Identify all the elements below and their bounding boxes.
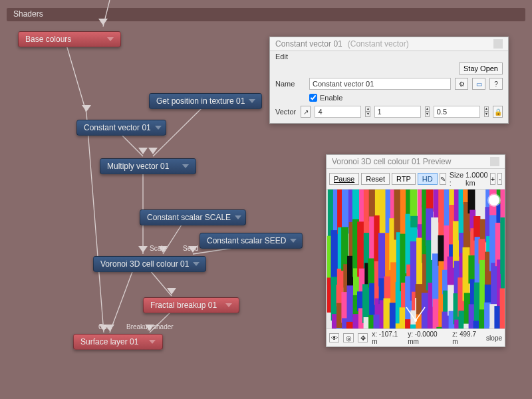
zoom-in-button[interactable]: + xyxy=(490,173,495,185)
node-get-position[interactable]: Get position in texture 01 xyxy=(149,93,262,109)
svg-rect-36 xyxy=(342,190,349,233)
coord-x: x: -107.1 m xyxy=(372,331,404,345)
port-label-seed: Seed xyxy=(183,245,198,252)
port-label-breakup: Breakup shader xyxy=(126,323,174,331)
node-constant-vector[interactable]: Constant vector 01 xyxy=(76,120,166,136)
vector-x-field[interactable] xyxy=(315,106,361,118)
editor-panel-subtitle: (Constant vector) xyxy=(348,39,409,49)
editor-panel[interactable]: Constant vector 01 (Constant vector) Edi… xyxy=(269,37,509,124)
svg-rect-102 xyxy=(410,227,418,244)
sun-icon xyxy=(489,195,499,205)
vx-up[interactable]: ▴ xyxy=(365,106,370,112)
close-icon[interactable] xyxy=(493,39,503,49)
editor-panel-menubar: Edit xyxy=(270,51,508,62)
section-header: Shaders xyxy=(7,8,525,21)
svg-marker-11 xyxy=(138,148,148,154)
svg-marker-13 xyxy=(138,246,148,253)
vz-up[interactable]: ▴ xyxy=(484,106,489,112)
svg-rect-45 xyxy=(346,322,354,329)
svg-line-2 xyxy=(86,113,104,332)
node-constant-scalar-seed[interactable]: Constant scalar SEED xyxy=(200,233,303,249)
stay-open-button[interactable]: Stay Open xyxy=(459,63,503,74)
svg-rect-86 xyxy=(394,190,402,240)
editor-panel-title: Constant vector 01 xyxy=(275,39,342,49)
vector-y-field[interactable] xyxy=(374,106,421,118)
target-icon[interactable]: ◎ xyxy=(343,333,353,342)
svg-rect-79 xyxy=(384,299,391,329)
svg-rect-46 xyxy=(352,190,360,224)
port-label-co: Co... xyxy=(98,323,112,331)
vx-down[interactable]: ▾ xyxy=(365,112,370,117)
svg-rect-199 xyxy=(501,265,505,292)
pause-button[interactable]: Pause xyxy=(329,173,359,185)
move-icon[interactable]: ✥ xyxy=(358,333,368,342)
preview-status-bar: 👁 ◎ ✥ x: -107.1 m y: -0.0000 mm z: 499.7… xyxy=(327,329,505,346)
svg-rect-118 xyxy=(426,190,434,211)
node-multiply-vector[interactable]: Multiply vector 01 xyxy=(100,158,196,174)
preview-panel[interactable]: Voronoi 3D cell colour 01 Preview Pause … xyxy=(326,154,505,347)
reset-button[interactable]: Reset xyxy=(361,173,390,185)
svg-marker-16 xyxy=(167,288,176,295)
svg-rect-197 xyxy=(500,190,505,222)
enable-label: Enable xyxy=(320,94,342,102)
uniform-scale-icon[interactable]: ↗ xyxy=(301,106,311,118)
enable-checkbox[interactable] xyxy=(309,94,317,102)
preview-panel-titlebar[interactable]: Voronoi 3D cell colour 01 Preview xyxy=(327,155,505,169)
eye-icon[interactable]: 👁 xyxy=(329,333,339,342)
hd-button[interactable]: HD xyxy=(418,173,438,185)
node-constant-scalar-scale[interactable]: Constant scalar SCALE xyxy=(140,209,246,225)
node-surface-layer[interactable]: Surface layer 01 xyxy=(73,334,163,350)
rtp-button[interactable]: RTP xyxy=(392,173,416,185)
svg-line-1 xyxy=(66,45,86,113)
node-fractal-breakup[interactable]: Fractal breakup 01 xyxy=(143,297,239,313)
preview-toolbar: Pause Reset RTP HD ✎ Size : 1.0000 km + … xyxy=(327,169,505,190)
svg-rect-198 xyxy=(500,217,505,274)
svg-rect-169 xyxy=(473,216,481,241)
svg-marker-12 xyxy=(148,148,158,154)
size-label: Size : xyxy=(450,171,464,187)
lock-icon[interactable]: 🔒 xyxy=(493,106,503,118)
vector-label: Vector xyxy=(275,108,297,116)
gear-icon[interactable]: ⚙ xyxy=(455,78,468,90)
name-label: Name xyxy=(275,80,305,88)
preview-icon[interactable]: ▭ xyxy=(472,78,485,90)
svg-rect-78 xyxy=(384,277,392,303)
svg-marker-20 xyxy=(82,105,91,112)
vz-down[interactable]: ▾ xyxy=(484,112,489,117)
preview-viewport[interactable] xyxy=(327,190,505,329)
voronoi-pattern xyxy=(327,190,505,329)
help-icon[interactable]: ? xyxy=(489,78,503,90)
preview-panel-title: Voronoi 3D cell colour 01 Preview xyxy=(332,157,451,166)
svg-rect-52 xyxy=(357,221,364,277)
slope-label: slope xyxy=(486,334,502,342)
vy-down[interactable]: ▾ xyxy=(425,112,430,117)
node-voronoi-cell[interactable]: Voronoi 3D cell colour 01 xyxy=(93,256,206,272)
svg-line-8 xyxy=(150,270,172,296)
editor-panel-titlebar[interactable]: Constant vector 01 (Constant vector) xyxy=(270,37,508,51)
svg-line-4 xyxy=(120,133,143,156)
brush-icon[interactable]: ✎ xyxy=(440,173,446,185)
vector-z-field[interactable] xyxy=(434,106,480,118)
svg-rect-200 xyxy=(500,289,505,329)
coord-y: y: -0.0000 mm xyxy=(408,331,448,345)
menu-edit[interactable]: Edit xyxy=(275,53,288,61)
name-field[interactable] xyxy=(309,78,451,90)
size-value: 1.0000 km xyxy=(466,171,488,187)
vy-up[interactable]: ▴ xyxy=(425,106,430,112)
close-icon[interactable] xyxy=(490,157,499,166)
port-label-scale: Scale xyxy=(150,245,166,252)
coord-z: z: 499.7 m xyxy=(452,331,482,345)
section-title: Shaders xyxy=(13,9,43,19)
node-base-colours[interactable]: Base colours xyxy=(18,31,121,47)
zoom-out-button[interactable]: - xyxy=(497,173,502,185)
